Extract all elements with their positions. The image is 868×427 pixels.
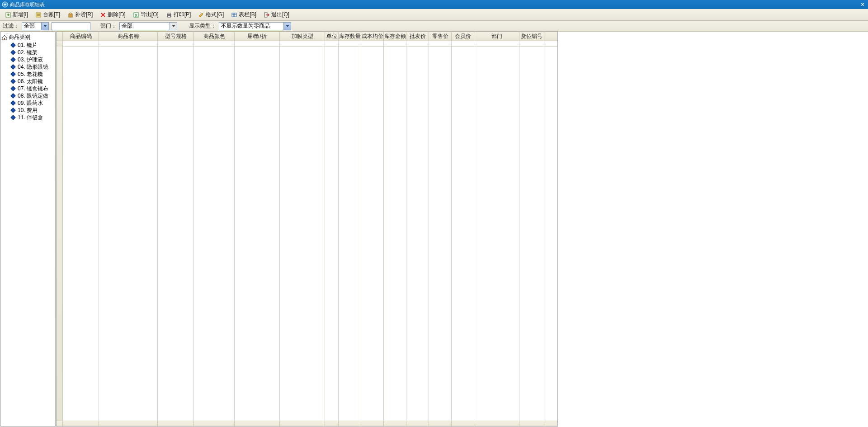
columns-icon	[231, 12, 237, 18]
toolbar: 新增[I] 台账[T] 补货[R] 删除[D] X 导出[O] 打印[P] 格式…	[0, 9, 868, 21]
export-button[interactable]: X 导出[O]	[130, 9, 162, 20]
svg-rect-9	[69, 14, 72, 17]
svg-rect-15	[168, 13, 170, 14]
filter-text-input[interactable]	[52, 22, 90, 30]
delete-button[interactable]: 删除[D]	[97, 9, 128, 20]
close-button[interactable]: ×	[859, 1, 866, 8]
titlebar: 商品库存明细表 ×	[0, 0, 868, 9]
svg-rect-17	[232, 13, 236, 17]
replenish-icon	[67, 12, 74, 18]
exit-label: 退出[Q]	[271, 11, 289, 19]
new-label: 新增[I]	[13, 11, 28, 19]
columns-button[interactable]: 表栏[B]	[228, 9, 259, 20]
delete-icon	[100, 12, 106, 18]
exit-button[interactable]: 退出[Q]	[260, 9, 292, 20]
filter-select[interactable]: 全部	[22, 22, 49, 30]
columns-label: 表栏[B]	[239, 11, 256, 19]
filter-label: 过滤：	[3, 22, 19, 30]
export-icon: X	[133, 12, 139, 18]
format-button[interactable]: 格式[G]	[195, 9, 227, 20]
svg-point-1	[4, 4, 6, 5]
ledger-button[interactable]: 台账[T]	[32, 9, 63, 20]
print-label: 打印[P]	[174, 11, 191, 19]
svg-rect-16	[168, 16, 170, 17]
ledger-icon	[35, 12, 42, 18]
display-label: 显示类型：	[189, 22, 216, 30]
chevron-down-icon[interactable]	[283, 23, 291, 30]
ledger-label: 台账[T]	[43, 11, 60, 19]
filterbar: 过滤： 全部 部门： 全部 显示类型： 不显示数量为零商品	[0, 21, 868, 32]
print-icon	[166, 12, 172, 18]
window-title: 商品库存明细表	[10, 1, 859, 8]
display-select[interactable]: 不显示数量为零商品	[219, 22, 291, 30]
print-button[interactable]: 打印[P]	[163, 9, 194, 20]
exit-icon	[264, 12, 270, 18]
chevron-down-icon[interactable]	[170, 23, 177, 30]
svg-text:X: X	[135, 13, 137, 18]
export-label: 导出[O]	[141, 11, 159, 19]
replenish-button[interactable]: 补货[R]	[64, 9, 96, 20]
replenish-label: 补货[R]	[75, 11, 93, 19]
dept-label: 部门：	[100, 22, 117, 30]
dept-select[interactable]: 全部	[119, 22, 177, 30]
filter-value: 全部	[22, 22, 41, 30]
new-button[interactable]: 新增[I]	[2, 9, 31, 20]
chevron-down-icon[interactable]	[41, 23, 48, 30]
delete-label: 删除[D]	[108, 11, 125, 19]
new-icon	[5, 12, 11, 18]
display-value: 不显示数量为零商品	[219, 22, 283, 30]
format-label: 格式[G]	[206, 11, 224, 19]
app-icon	[2, 1, 8, 8]
format-icon	[198, 12, 204, 18]
dept-value: 全部	[120, 22, 170, 30]
